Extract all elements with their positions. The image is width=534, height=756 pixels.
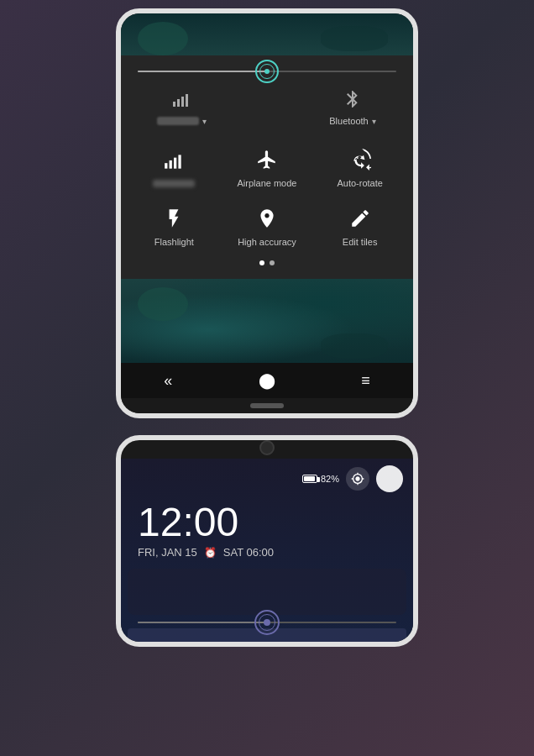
lock-time: 12:00: [138, 502, 396, 543]
wifi-icon: [171, 90, 191, 110]
circle-indicator: [376, 465, 403, 492]
svg-rect-1: [177, 99, 180, 107]
airplane-icon: [256, 149, 278, 171]
home-button[interactable]: [250, 403, 284, 408]
toggle-row: ▾ Bluetooth ▾: [121, 81, 413, 133]
dot-2: [270, 260, 275, 265]
tile-edit[interactable]: Edit tiles: [313, 195, 406, 254]
lock-thumb-inner: [259, 614, 275, 631]
signal-tile-icon: [160, 148, 187, 175]
svg-rect-4: [165, 163, 167, 169]
tile-autorotate[interactable]: Auto-rotate: [313, 136, 406, 195]
signal-tile-label: [153, 180, 195, 187]
nav-recents-button[interactable]: ≡: [361, 372, 370, 390]
lock-brightness-row: [121, 615, 413, 628]
wifi-toggle[interactable]: ▾: [139, 85, 223, 126]
lock-time-area: 12:00 FRI, JAN 15 ⏰ SAT 06:00: [121, 496, 413, 569]
bluetooth-label-row: Bluetooth ▾: [329, 116, 375, 126]
svg-point-8: [265, 214, 269, 218]
lock-slider-fill: [138, 622, 267, 623]
brightness-fill: [138, 71, 267, 72]
page-dots: [121, 257, 413, 272]
flashlight-tile-label: Flashlight: [154, 237, 194, 247]
dot-1: [259, 260, 264, 265]
brightness-slider[interactable]: [138, 71, 396, 72]
battery-fill: [304, 476, 315, 481]
lock-top-bar: 82%: [121, 459, 413, 496]
lock-screen: 82% 12:00 FRI, JAN 15 ⏰ SAT 06:00: [121, 459, 413, 642]
bluetooth-toggle[interactable]: Bluetooth ▾: [311, 84, 395, 126]
autorotate-tile-label: Auto-rotate: [337, 178, 382, 188]
battery-percent: 82%: [321, 474, 339, 484]
notification-area: [128, 569, 406, 615]
bluetooth-chevron-icon: ▾: [372, 117, 376, 126]
wifi-icon-box: [166, 85, 196, 115]
brightness-thumb[interactable]: [255, 60, 279, 83]
bluetooth-icon: [343, 89, 363, 109]
svg-rect-5: [170, 160, 172, 168]
brightness-thumb-dot: [264, 69, 270, 74]
brightness-thumb-inner: [259, 64, 275, 79]
autorotate-tile-icon: [347, 146, 374, 173]
flashlight-icon: [163, 207, 185, 229]
home-area: [121, 398, 413, 413]
wallpaper-top: [121, 13, 413, 55]
lock-brightness-slider[interactable]: [138, 622, 396, 623]
bluetooth-label: Bluetooth: [329, 116, 368, 126]
edit-icon: [349, 207, 371, 229]
settings-icon: [351, 472, 364, 486]
nav-bar: « ⬤ ≡: [121, 363, 413, 398]
screen-top: ▾ Bluetooth ▾: [121, 13, 413, 398]
svg-rect-6: [174, 157, 176, 168]
lock-slider-thumb[interactable]: [254, 610, 280, 635]
flashlight-tile-icon: [160, 205, 187, 232]
svg-rect-2: [181, 97, 184, 107]
phone-frame-top: ▾ Bluetooth ▾: [116, 8, 418, 418]
wifi-label-row: ▾: [157, 117, 207, 126]
alarm-time: SAT 06:00: [223, 546, 274, 559]
tile-flashlight[interactable]: Flashlight: [128, 195, 221, 254]
location-icon: [256, 207, 278, 229]
edit-tile-label: Edit tiles: [343, 237, 378, 247]
bluetooth-icon-box: [338, 84, 368, 114]
tiles-grid: Airplane mode Auto-rotate: [121, 133, 413, 257]
nav-back-button[interactable]: «: [164, 372, 172, 390]
brightness-row: [121, 66, 413, 81]
battery-indicator: 82%: [302, 474, 339, 484]
svg-rect-7: [179, 155, 181, 168]
autorotate-icon: [349, 149, 371, 171]
airplane-tile-label: Airplane mode: [238, 178, 297, 188]
wifi-label-blurred: [157, 117, 199, 125]
phone-frame-bottom: 82% 12:00 FRI, JAN 15 ⏰ SAT 06:00: [116, 435, 418, 647]
tile-airplane[interactable]: Airplane mode: [221, 136, 314, 195]
camera-bump: [259, 440, 275, 455]
nav-home-button[interactable]: ⬤: [259, 371, 275, 390]
location-tile-label: High accuracy: [238, 237, 296, 247]
quick-settings-panel: ▾ Bluetooth ▾: [121, 55, 413, 279]
battery-box: [302, 475, 317, 483]
lock-date-row: FRI, JAN 15 ⏰ SAT 06:00: [138, 546, 396, 559]
edit-tile-icon: [347, 205, 374, 232]
settings-icon-btn[interactable]: [346, 467, 369, 491]
location-tile-icon: [254, 205, 280, 232]
tile-location[interactable]: High accuracy: [221, 195, 314, 254]
wifi-chevron-icon: ▾: [202, 117, 207, 126]
tile-signal[interactable]: [128, 136, 221, 195]
signal-icon: [163, 150, 185, 172]
svg-rect-3: [186, 94, 188, 107]
wallpaper-bottom: [121, 279, 413, 363]
lock-slider-dot: [264, 619, 270, 626]
airplane-tile-icon: [254, 146, 280, 173]
svg-rect-0: [173, 102, 175, 107]
alarm-icon: ⏰: [204, 547, 217, 559]
lock-date: FRI, JAN 15: [138, 546, 197, 559]
